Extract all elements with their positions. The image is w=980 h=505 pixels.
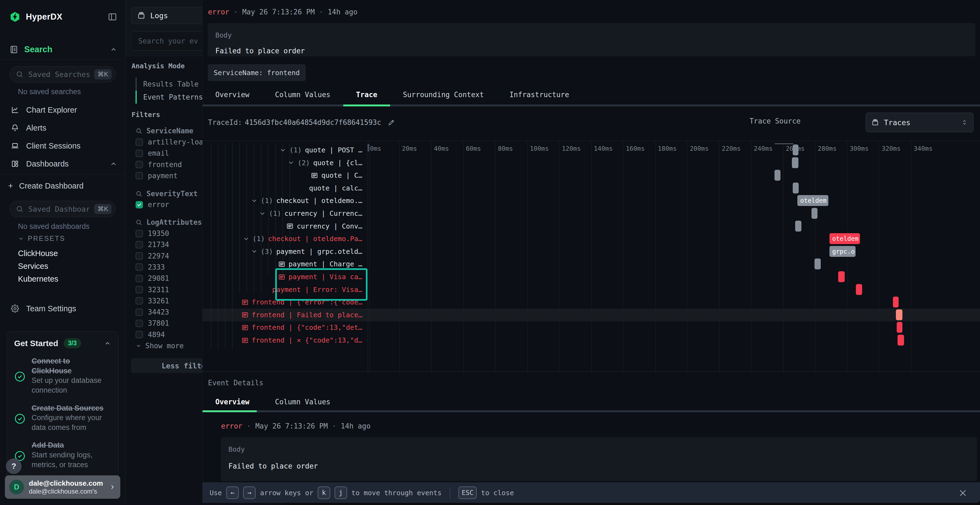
span-duration-bar[interactable] bbox=[897, 335, 904, 346]
checkbox[interactable] bbox=[135, 201, 143, 208]
checkbox[interactable] bbox=[135, 320, 143, 327]
presets-toggle[interactable]: PRESETS bbox=[18, 235, 65, 243]
checkbox[interactable] bbox=[135, 161, 143, 168]
search-icon bbox=[16, 70, 24, 78]
create-dashboard-button[interactable]: Create Dashboard bbox=[7, 179, 84, 193]
span-duration-bar[interactable] bbox=[897, 322, 902, 333]
saved-searches-input[interactable]: ⌘K bbox=[10, 66, 116, 83]
filter-option-29081[interactable]: 29081 bbox=[135, 272, 169, 284]
filter-option-payment[interactable]: payment bbox=[135, 170, 178, 182]
checkbox[interactable] bbox=[135, 297, 143, 305]
span-tree-row[interactable]: (1)currency | Currenc… bbox=[202, 207, 369, 220]
analysis-mode-results-table[interactable]: Results Table bbox=[135, 78, 199, 91]
span-tree-row[interactable]: frontend | Failed to place… bbox=[202, 308, 369, 321]
collapse-sidebar-icon[interactable] bbox=[108, 12, 117, 22]
filter-option-37801[interactable]: 37801 bbox=[135, 317, 169, 329]
tab-column-values[interactable]: Column Values bbox=[262, 91, 343, 99]
filter-option-32311[interactable]: 32311 bbox=[135, 284, 169, 296]
span-tree-row[interactable]: currency | Conv… bbox=[202, 220, 369, 233]
span-duration-bar[interactable]: oteldem bbox=[797, 195, 828, 206]
chevron-up-icon[interactable] bbox=[110, 46, 117, 53]
checkbox[interactable] bbox=[135, 308, 143, 316]
filter-option-2333[interactable]: 2333 bbox=[135, 261, 165, 273]
sidebar-item-dashboards[interactable]: Dashboards bbox=[0, 155, 125, 173]
checkbox[interactable] bbox=[135, 275, 143, 282]
span-tree-row[interactable]: quote | C… bbox=[202, 169, 369, 182]
sidebar-item-chart-explorer[interactable]: Chart Explorer bbox=[0, 101, 125, 119]
checkbox[interactable] bbox=[135, 252, 143, 260]
tab-column-values[interactable]: Column Values bbox=[262, 398, 343, 406]
saved-dashboards-input[interactable]: ⌘K bbox=[10, 201, 116, 217]
checkbox[interactable] bbox=[135, 331, 143, 338]
filter-option-error[interactable]: error bbox=[135, 199, 169, 211]
filter-option-34423[interactable]: 34423 bbox=[135, 306, 169, 318]
span-tree-row[interactable]: (3)payment | grpc.oteld… bbox=[202, 245, 369, 258]
checkbox[interactable] bbox=[135, 138, 143, 146]
checkbox[interactable] bbox=[135, 286, 143, 293]
sidebar-item-client-sessions[interactable]: Client Sessions bbox=[0, 137, 125, 155]
analysis-mode-event-patterns[interactable]: Event Patterns bbox=[135, 91, 203, 104]
filter-option-artillery-loa[interactable]: artillery-loa bbox=[135, 136, 204, 148]
get-started-card: Get Started 3/3 Connect to ClickHouse Se… bbox=[7, 332, 118, 484]
arrow-right-key: → bbox=[243, 486, 256, 499]
checkbox[interactable] bbox=[135, 241, 143, 248]
span-tree-row[interactable]: (1)checkout | oteldemo.Pa… bbox=[202, 232, 369, 245]
show-more-button[interactable]: Show more bbox=[135, 340, 184, 352]
filter-option-frontend[interactable]: frontend bbox=[135, 159, 182, 171]
help-button[interactable]: ? bbox=[6, 459, 22, 474]
span-tree-row[interactable]: frontend | × {"code":13,"d… bbox=[202, 334, 369, 347]
sidebar-item-alerts[interactable]: Alerts bbox=[0, 119, 125, 137]
checkbox[interactable] bbox=[135, 172, 143, 179]
filter-option-19350[interactable]: 19350 bbox=[135, 227, 169, 240]
span-duration-bar[interactable] bbox=[811, 208, 818, 219]
saved-searches-field[interactable] bbox=[28, 70, 90, 79]
tab-overview[interactable]: Overview bbox=[202, 91, 262, 99]
tab-surrounding-context[interactable]: Surrounding Context bbox=[390, 91, 496, 99]
span-duration-bar[interactable] bbox=[815, 259, 821, 269]
k-key: k bbox=[318, 486, 330, 499]
filter-option-22974[interactable]: 22974 bbox=[135, 250, 169, 262]
filter-option-21734[interactable]: 21734 bbox=[135, 239, 169, 251]
team-settings-button[interactable]: Team Settings bbox=[0, 300, 125, 318]
timeline-gridline bbox=[815, 141, 815, 373]
span-duration-bar[interactable]: oteldem bbox=[829, 233, 860, 244]
user-menu[interactable]: D dale@clickhouse.com dale@clickhouse.co… bbox=[5, 475, 120, 499]
span-duration-bar[interactable] bbox=[775, 170, 780, 181]
checkbox[interactable] bbox=[135, 150, 143, 157]
span-duration-bar[interactable] bbox=[896, 310, 902, 320]
span-tree-row[interactable]: quote | calc… bbox=[202, 182, 369, 195]
saved-dashboards-field[interactable] bbox=[28, 205, 90, 214]
pencil-icon[interactable] bbox=[388, 119, 395, 126]
span-duration-bar[interactable] bbox=[856, 284, 862, 295]
get-started-item[interactable]: Connect to ClickHouse Set up your databa… bbox=[14, 356, 111, 395]
span-duration-bar[interactable] bbox=[795, 221, 802, 232]
get-started-item[interactable]: Create Data Sources Configure where your… bbox=[14, 403, 111, 433]
span-duration-bar[interactable] bbox=[838, 271, 845, 282]
checkbox[interactable] bbox=[135, 230, 143, 237]
get-started-item[interactable]: Add Data Start sending logs, metrics, or… bbox=[14, 440, 111, 470]
span-tree-row[interactable]: frontend | {"code":13,"det… bbox=[202, 321, 369, 334]
filter-option-4894[interactable]: 4894 bbox=[135, 329, 165, 341]
search-section-header[interactable]: Search bbox=[10, 43, 117, 56]
preset-item-services[interactable]: Services bbox=[0, 260, 125, 273]
span-duration-bar[interactable] bbox=[793, 145, 799, 156]
span-tree-row[interactable]: (2)quote | {cl… bbox=[202, 156, 369, 169]
trace-source-select[interactable]: Traces bbox=[865, 113, 974, 132]
span-tree-row[interactable]: (1)checkout | oteldemo.… bbox=[202, 194, 369, 207]
filter-option-email[interactable]: email bbox=[135, 147, 169, 159]
preset-item-clickhouse[interactable]: ClickHouse bbox=[0, 247, 125, 260]
filter-option-33261[interactable]: 33261 bbox=[135, 295, 169, 307]
checkbox[interactable] bbox=[135, 264, 143, 271]
span-duration-bar[interactable] bbox=[793, 183, 799, 194]
tab-infrastructure[interactable]: Infrastructure bbox=[496, 91, 582, 99]
tab-overview[interactable]: Overview bbox=[202, 398, 262, 406]
close-icon[interactable] bbox=[956, 486, 969, 500]
service-name-chip[interactable]: ServiceName: frontend bbox=[208, 64, 306, 81]
preset-item-kubernetes[interactable]: Kubernetes bbox=[0, 273, 125, 286]
span-duration-bar[interactable] bbox=[893, 297, 899, 308]
span-duration-bar[interactable] bbox=[792, 157, 799, 168]
tab-trace[interactable]: Trace bbox=[343, 91, 390, 99]
span-duration-bar[interactable]: grpc.o bbox=[829, 246, 856, 257]
span-tree-row[interactable]: (1)quote | POST … bbox=[202, 144, 369, 156]
chevron-up-icon[interactable] bbox=[104, 340, 111, 347]
